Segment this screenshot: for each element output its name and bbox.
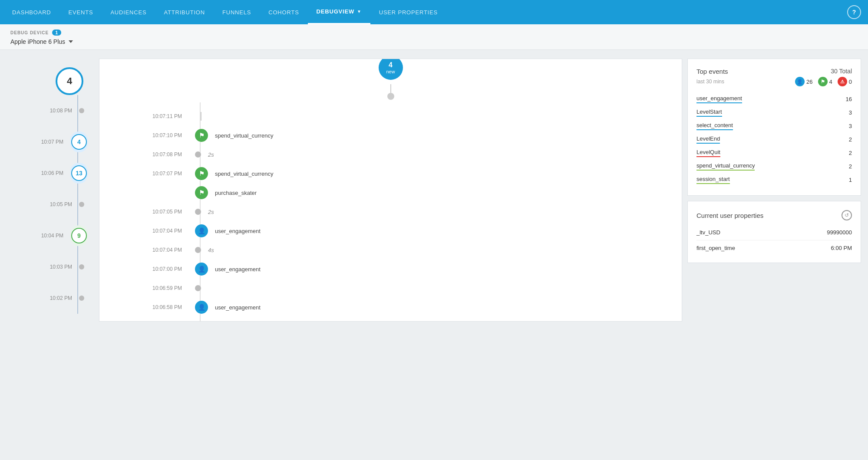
help-button[interactable]: ? — [847, 5, 861, 19]
event-row-9[interactable]: 10:07:00 PM 👤 user_engagement — [125, 260, 664, 279]
etype-red: ⚠ 0 — [838, 77, 852, 86]
event-row-6: 10:07:05 PM 2s — [125, 202, 664, 221]
prop-name-0: _ltv_USD — [696, 229, 720, 236]
timeline-dot-1003 — [79, 264, 84, 269]
event-time-11: 10:06:58 PM — [125, 304, 182, 310]
timeline-row-1002: 10:02 PM — [7, 283, 94, 314]
nav-audiences[interactable]: AUDIENCES — [102, 0, 155, 24]
spend-virtual-currency-icon-3: ⚑ — [195, 167, 208, 180]
event-row-count-5: 2 — [849, 163, 852, 170]
event-row-1[interactable]: 10:07:10 PM ⚑ spend_virtual_currency — [125, 126, 664, 145]
top-event-row-4[interactable]: LevelQuit 2 — [696, 146, 852, 160]
top-navigation: DASHBOARD EVENTS AUDIENCES ATTRIBUTION F… — [0, 0, 868, 24]
history-icon[interactable]: ↺ — [842, 210, 852, 220]
prop-value-0: 99990000 — [827, 229, 852, 236]
event-name-11: user_engagement — [215, 304, 261, 311]
event-row-7[interactable]: 10:07:04 PM 👤 user_engagement — [125, 221, 664, 240]
nav-debugview[interactable]: DEBUGVIEW ▼ — [308, 0, 370, 24]
time-label-1007: 10:07 PM — [41, 139, 63, 145]
top-event-row-6[interactable]: session_start 1 — [696, 173, 852, 187]
user-engagement-icon-9: 👤 — [195, 263, 208, 276]
prop-row-0: _ltv_USD 99990000 — [696, 227, 852, 238]
bubble-1004[interactable]: 9 — [70, 225, 88, 246]
event-time-10: 10:06:59 PM — [125, 285, 182, 291]
top-events-header: Top events 30 Total — [696, 68, 852, 75]
top-event-row-0[interactable]: user_engagement 16 — [696, 92, 852, 106]
event-name-1: spend_virtual_currency — [215, 132, 273, 139]
badge-connector — [390, 84, 391, 93]
gap-dot-2 — [195, 151, 201, 158]
debug-device-badge: 1 — [52, 30, 61, 36]
gap-dot-8 — [195, 247, 201, 253]
debug-device-label-row: DEBUG DEVICE 1 — [10, 30, 858, 36]
event-row-count-4: 2 — [849, 150, 852, 156]
event-row-8: 10:07:04 PM 4s — [125, 240, 664, 260]
timeline-row-1007[interactable]: 10:07 PM 4 — [7, 126, 94, 158]
event-row-count-0: 16 — [846, 96, 852, 102]
bubble-1007[interactable]: 4 — [70, 131, 88, 152]
purchase-skater-icon-4: ⚑ — [195, 186, 208, 199]
user-props-header: Current user properties ↺ — [696, 210, 852, 220]
timeline-row-1006[interactable]: 10:06 PM 13 — [7, 158, 94, 189]
event-time-8: 10:07:04 PM — [125, 247, 182, 253]
nav-attribution[interactable]: ATTRIBUTION — [155, 0, 214, 24]
event-row-name-2: select_content — [696, 122, 733, 130]
event-name-7: user_engagement — [215, 228, 261, 234]
user-engagement-icon-11: 👤 — [195, 301, 208, 314]
gap-label-8: 4s — [208, 247, 214, 253]
bubble-count-1007: 4 — [71, 134, 87, 150]
event-row-count-6: 1 — [849, 177, 852, 183]
nav-funnels[interactable]: FUNNELS — [214, 0, 260, 24]
event-row-4[interactable]: ⚑ purchase_skater — [125, 183, 664, 202]
connector-dot-10 — [195, 285, 201, 291]
top-events-sub: last 30 mins 👤 26 ⚑ 4 ⚠ 0 — [696, 77, 852, 86]
etype-red-dot: ⚠ — [838, 77, 847, 86]
timeline-dot-1008 — [79, 108, 84, 113]
device-name: Apple iPhone 6 Plus — [10, 38, 65, 45]
top-event-row-2[interactable]: select_content 3 — [696, 119, 852, 133]
connector-dot — [387, 93, 394, 100]
prop-name-1: first_open_time — [696, 245, 735, 251]
gap-dot-6 — [195, 209, 201, 215]
debugview-dropdown-arrow: ▼ — [357, 9, 362, 14]
top-events-total: 30 Total — [831, 68, 852, 75]
etype-green: ⚑ 4 — [818, 77, 832, 86]
user-properties-card: Current user properties ↺ _ltv_USD 99990… — [687, 201, 861, 263]
event-row-count-2: 3 — [849, 123, 852, 129]
timeline-row-1008: 10:08 PM — [7, 95, 94, 126]
user-props-list: _ltv_USD 99990000 first_open_time 6:00 P… — [696, 227, 852, 254]
center-top-badge: 4 new — [379, 59, 403, 80]
nav-user-properties[interactable]: USER PROPERTIES — [370, 0, 446, 24]
nav-dashboard[interactable]: DASHBOARD — [3, 0, 60, 24]
event-row-name-0: user_engagement — [696, 95, 742, 103]
event-row-10: 10:06:59 PM — [125, 279, 664, 298]
nav-events[interactable]: EVENTS — [60, 0, 102, 24]
bubble-count-1004: 9 — [71, 228, 87, 243]
time-label-1005: 10:05 PM — [50, 201, 72, 207]
top-events-title: Top events — [696, 68, 728, 75]
device-selector[interactable]: Apple iPhone 6 Plus — [10, 38, 858, 45]
event-row-3[interactable]: 10:07:07 PM ⚑ spend_virtual_currency — [125, 164, 664, 183]
top-events-list: user_engagement 16 LevelStart 3 select_c… — [696, 92, 852, 187]
top-event-row-1[interactable]: LevelStart 3 — [696, 106, 852, 119]
timeline-dot-1005 — [79, 202, 84, 207]
timeline-rows: 10:08 PM 10:07 PM 4 10:06 PM 13 10:05 PM — [7, 95, 94, 314]
event-row-name-3: LevelEnd — [696, 135, 720, 144]
device-dropdown-arrow — [69, 40, 73, 43]
top-events-period: last 30 mins — [696, 79, 724, 85]
bubble-1006[interactable]: 13 — [70, 163, 88, 184]
timeline-row-1004[interactable]: 10:04 PM 9 — [7, 220, 94, 251]
top-event-row-3[interactable]: LevelEnd 2 — [696, 133, 852, 146]
right-panel: Top events 30 Total last 30 mins 👤 26 ⚑ … — [687, 59, 861, 263]
event-name-3: spend_virtual_currency — [215, 171, 273, 177]
event-time-3: 10:07:07 PM — [125, 171, 182, 177]
top-event-row-5[interactable]: spend_virtual_currency 2 — [696, 160, 852, 173]
event-row-name-1: LevelStart — [696, 108, 722, 117]
time-label-1004: 10:04 PM — [41, 233, 63, 239]
etype-green-dot: ⚑ — [818, 77, 828, 86]
event-type-icons: 👤 26 ⚑ 4 ⚠ 0 — [795, 77, 852, 86]
event-row-11[interactable]: 10:06:58 PM 👤 user_engagement — [125, 298, 664, 317]
gap-label-2: 2s — [208, 151, 214, 158]
nav-cohorts[interactable]: COHORTS — [260, 0, 307, 24]
main-content: 4 10:08 PM 10:07 PM 4 10:06 PM 13 — [0, 50, 868, 460]
